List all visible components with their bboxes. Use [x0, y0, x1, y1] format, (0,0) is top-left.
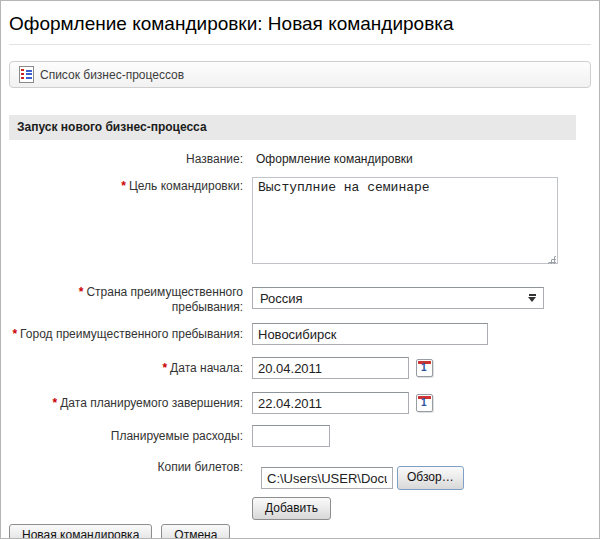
toolbar: Список бизнес-процессов — [9, 61, 591, 88]
page-title: Оформление командировки: Новая командиро… — [9, 11, 591, 37]
form-row-city: *Город преимущественного пребывания: — [9, 323, 591, 345]
purpose-textarea[interactable]: Выступлние на семинаре — [252, 177, 558, 264]
required-mark: * — [53, 396, 58, 410]
start-date-label: Дата начала: — [170, 361, 243, 375]
purpose-label: Цель командировки: — [129, 179, 243, 193]
form-row-country: *Страна преимущественного пребывания: Ро… — [9, 281, 591, 315]
expenses-input[interactable] — [252, 425, 330, 447]
form-row-name: Название: Оформление командировки — [9, 150, 591, 167]
start-date-input[interactable] — [252, 357, 409, 379]
form-row-start-date: *Дата начала: — [9, 357, 591, 379]
city-label-cell: *Город преимущественного пребывания: — [9, 323, 252, 342]
country-label: Страна преимущественного пребывания: — [86, 285, 243, 314]
city-label: Город преимущественного пребывания: — [20, 327, 243, 341]
cancel-button[interactable]: Отмена — [161, 524, 230, 539]
country-select[interactable]: Россия — [252, 287, 544, 309]
end-date-label-cell: *Дата планируемого завершения: — [9, 392, 252, 411]
title-divider — [9, 44, 591, 45]
new-trip-submit-button[interactable]: Новая командировка — [9, 524, 152, 539]
form-row-expenses: Планируемые расходы: — [9, 425, 591, 447]
section-header: Запуск нового бизнес-процесса — [9, 115, 576, 140]
required-mark: * — [121, 179, 126, 193]
dropdown-arrow-icon — [528, 294, 536, 302]
browse-button[interactable]: Обзор… — [397, 466, 464, 490]
required-mark: * — [162, 361, 167, 375]
country-select-value: Россия — [260, 291, 303, 306]
form-row-add: Добавить — [9, 497, 591, 520]
expenses-label-cell: Планируемые расходы: — [9, 425, 252, 444]
required-mark: * — [12, 327, 17, 341]
business-process-list-link[interactable]: Список бизнес-процессов — [19, 66, 184, 83]
city-input[interactable] — [252, 323, 488, 345]
page: Оформление командировки: Новая командиро… — [1, 1, 599, 539]
business-process-list-label: Список бизнес-процессов — [40, 68, 184, 82]
start-date-label-cell: *Дата начала: — [9, 357, 252, 376]
end-date-input[interactable] — [252, 392, 409, 414]
form-row-end-date: *Дата планируемого завершения: — [9, 392, 591, 414]
tickets-file-input[interactable] — [261, 467, 393, 489]
add-button[interactable]: Добавить — [252, 497, 331, 520]
calendar-icon[interactable] — [416, 359, 433, 377]
name-value: Оформление командировки — [252, 150, 591, 167]
form-row-purpose: *Цель командировки: Выступлние на семина… — [9, 177, 591, 268]
list-icon — [19, 66, 34, 83]
name-label-cell: Название: — [9, 150, 252, 167]
purpose-label-cell: *Цель командировки: — [9, 177, 252, 194]
expenses-label: Планируемые расходы: — [111, 429, 243, 443]
required-mark: * — [79, 285, 84, 299]
name-label: Название: — [186, 152, 243, 166]
tickets-label: Копии билетов: — [158, 460, 244, 474]
end-date-label: Дата планируемого завершения: — [60, 396, 243, 410]
form-row-tickets: Копии билетов: Обзор… — [9, 456, 591, 490]
tickets-label-cell: Копии билетов: — [9, 456, 252, 475]
form-actions: Новая командировка Отмена — [9, 524, 591, 539]
country-label-cell: *Страна преимущественного пребывания: — [9, 281, 252, 315]
calendar-icon[interactable] — [416, 394, 433, 412]
